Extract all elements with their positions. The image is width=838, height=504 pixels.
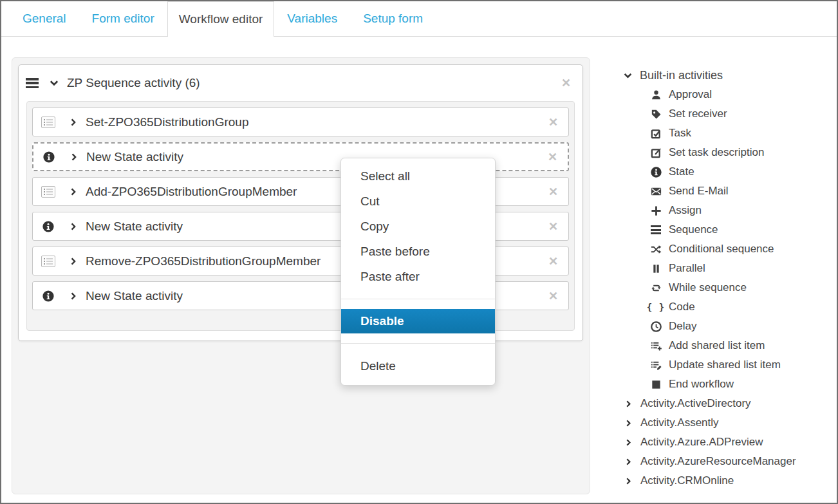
palette-group[interactable]: Activity.ActiveDirectory <box>618 394 834 413</box>
sequence-icon <box>649 223 663 236</box>
close-icon[interactable]: ✕ <box>548 221 558 232</box>
script-icon <box>41 254 56 268</box>
palette-item[interactable]: While sequence <box>618 278 834 297</box>
workflow-canvas: ZP Sequence activity (6) ✕ Set-ZPO365Dis… <box>12 57 590 494</box>
palette-item-label: Code <box>669 301 695 313</box>
tab[interactable]: Variables <box>274 1 350 36</box>
palette-item[interactable]: Conditional sequence <box>618 239 834 259</box>
close-icon[interactable]: ✕ <box>548 186 558 198</box>
palette-item[interactable]: Add shared list item <box>618 336 834 355</box>
while-sequence-icon <box>649 281 663 294</box>
palette-title: Built-in activities <box>640 69 723 82</box>
chevron-right-icon <box>624 458 633 466</box>
chevron-right-icon[interactable] <box>70 153 79 162</box>
context-menu-item[interactable]: Cut <box>341 189 495 214</box>
sequence-activity-container[interactable]: ZP Sequence activity (6) ✕ Set-ZPO365Dis… <box>18 64 583 341</box>
palette-item-label: While sequence <box>669 281 747 294</box>
tab[interactable]: Setup form <box>350 1 436 36</box>
chevron-right-icon[interactable] <box>69 187 78 196</box>
info-icon <box>649 165 663 178</box>
palette-item[interactable]: Delay <box>618 317 834 336</box>
palette-item-label: Send E-Mail <box>669 185 729 198</box>
sequence-header: ZP Sequence activity (6) ✕ <box>19 65 582 101</box>
context-menu-item-delete[interactable]: Delete <box>341 353 495 378</box>
close-icon[interactable]: ✕ <box>548 151 557 163</box>
chevron-right-icon[interactable] <box>69 257 78 266</box>
script-icon <box>41 185 56 199</box>
chevron-right-icon <box>624 438 633 447</box>
chevron-right-icon[interactable] <box>69 292 78 301</box>
palette-group[interactable]: Activity.Azure.ADPreview <box>618 433 834 452</box>
palette-header[interactable]: Built-in activities <box>618 66 834 85</box>
conditional-sequence-icon <box>649 243 663 256</box>
palette-item-label: Set task description <box>669 146 764 159</box>
palette-item[interactable]: Approval <box>618 85 834 104</box>
palette-item-label: Add shared list item <box>669 339 765 352</box>
palette-item[interactable]: State <box>618 162 834 182</box>
palette-item-label: State <box>669 165 694 178</box>
palette-group-label: Activity.ActiveDirectory <box>640 397 751 410</box>
menu-separator <box>341 299 495 299</box>
tab-label: Workflow editor <box>179 12 263 26</box>
close-icon[interactable]: ✕ <box>561 77 571 89</box>
palette-item-label: Assign <box>669 204 702 217</box>
tab[interactable]: General <box>23 1 79 36</box>
activity-label: Set-ZPO365DistributionGroup <box>86 115 548 129</box>
palette-item-label: Task <box>669 127 691 140</box>
chevron-right-icon[interactable] <box>69 118 78 127</box>
close-icon[interactable]: ✕ <box>548 256 558 267</box>
code-icon: { } <box>649 301 663 313</box>
context-menu-item[interactable]: Paste before <box>341 239 495 264</box>
chevron-right-icon <box>624 477 633 485</box>
palette-group[interactable]: Activity.Assently <box>618 413 834 433</box>
activity-row[interactable]: Set-ZPO365DistributionGroup ✕ <box>32 107 569 136</box>
tab-bar: General Form editor Workflow editor Vari… <box>1 1 837 37</box>
palette-item[interactable]: Assign <box>618 201 834 220</box>
palette-item-label: Delay <box>669 320 696 333</box>
close-icon[interactable]: ✕ <box>548 117 558 128</box>
palette-item[interactable]: { } Code <box>618 297 834 317</box>
palette-group-label: Activity.AzureResourceManager <box>640 455 796 468</box>
tab[interactable]: Form editor <box>79 1 167 36</box>
tab-label: Setup form <box>363 12 423 26</box>
chevron-down-icon[interactable] <box>49 78 59 88</box>
palette-group[interactable]: Activity.AzureResourceManager <box>618 452 834 471</box>
palette-item[interactable]: Update shared list item <box>618 355 834 375</box>
palette-group-label: Activity.Assently <box>640 416 719 429</box>
activities-palette: Built-in activities Approval Set receive… <box>618 66 834 490</box>
info-icon <box>41 289 56 303</box>
parallel-icon <box>649 262 663 275</box>
set-task-description-icon <box>649 146 663 159</box>
tab[interactable]: Workflow editor <box>167 1 275 37</box>
palette-group-label: Activity.Azure.ADPreview <box>640 436 763 449</box>
context-menu-item[interactable]: Copy <box>341 214 495 239</box>
palette-item[interactable]: Send E-Mail <box>618 182 834 201</box>
palette-item[interactable]: Task <box>618 124 834 143</box>
palette-item-label: Approval <box>669 88 712 101</box>
set-receiver-icon <box>649 107 663 120</box>
palette-item[interactable]: Set receiver <box>618 104 834 124</box>
tab-label: General <box>23 12 66 26</box>
context-menu-item-disable[interactable]: Disable <box>341 309 495 333</box>
palette-item-label: End workflow <box>669 378 734 391</box>
sequence-icon <box>26 78 39 88</box>
delay-icon <box>649 320 663 333</box>
palette-group[interactable]: Activity.CRMOnline <box>618 471 834 490</box>
palette-item[interactable]: Parallel <box>618 259 834 278</box>
palette-item[interactable]: Sequence <box>618 220 834 239</box>
context-menu-item[interactable]: Paste after <box>341 264 495 289</box>
assign-icon <box>649 204 663 217</box>
sequence-title: ZP Sequence activity (6) <box>67 76 561 90</box>
info-icon <box>41 150 57 164</box>
palette-item-label: Update shared list item <box>669 359 781 371</box>
add-shared-list-item-icon <box>649 339 663 352</box>
chevron-right-icon[interactable] <box>69 222 78 231</box>
palette-item[interactable]: End workflow <box>618 375 834 394</box>
context-menu-item[interactable]: Select all <box>341 163 495 189</box>
palette-item-label: Conditional sequence <box>669 243 774 256</box>
script-icon <box>41 115 56 129</box>
close-icon[interactable]: ✕ <box>548 290 558 302</box>
chevron-right-icon <box>624 419 633 427</box>
chevron-right-icon <box>624 400 633 408</box>
palette-item[interactable]: Set task description <box>618 143 834 162</box>
